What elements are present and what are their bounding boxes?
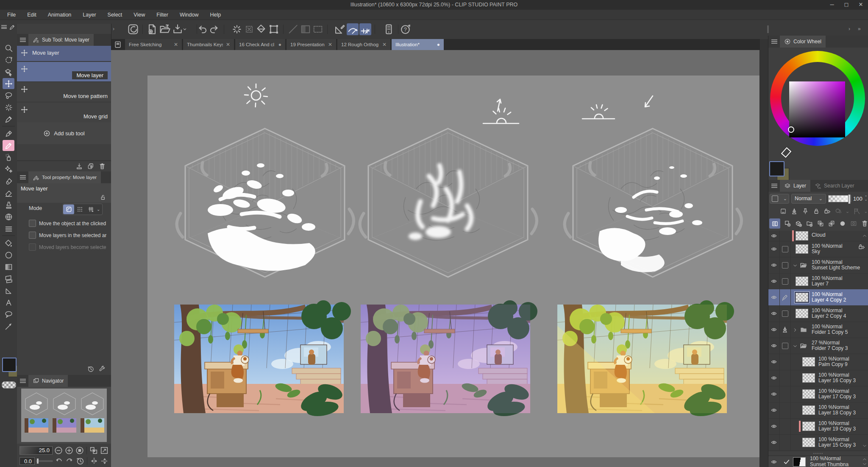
tool-frame-border[interactable] xyxy=(3,273,14,284)
tab-modified-dot[interactable]: ● xyxy=(278,42,281,48)
fit-to-area-button[interactable] xyxy=(100,446,109,455)
layer-visibility-eye[interactable] xyxy=(770,246,778,252)
dock-grip[interactable] xyxy=(767,25,769,33)
layer-visibility-eye[interactable] xyxy=(770,342,778,349)
scroll-down-icon[interactable] xyxy=(862,442,868,450)
transfer-down-icon[interactable] xyxy=(817,220,824,227)
new-folder-icon[interactable] xyxy=(806,220,813,227)
layer-palette-toggle[interactable] xyxy=(769,218,780,229)
subtool-item[interactable]: Move tone pattern xyxy=(17,82,111,102)
tool-figure[interactable] xyxy=(3,211,14,222)
hue-cursor[interactable] xyxy=(781,147,792,158)
subtool-menu-icon[interactable] xyxy=(20,38,26,42)
layer-tab[interactable]: Layer xyxy=(780,180,810,192)
delete-subtool-icon[interactable] xyxy=(98,162,106,170)
tablet-companion-button[interactable] xyxy=(383,23,395,35)
collapse-icon[interactable] xyxy=(792,262,798,269)
ruler-pen-button[interactable] xyxy=(334,23,346,35)
layer-row[interactable]: 100 %NormalLayer 18 Copy 3 xyxy=(768,402,868,419)
tool-fill[interactable] xyxy=(3,238,14,249)
subtool-item[interactable]: Move layer xyxy=(17,46,111,62)
reset-rotation-button[interactable] xyxy=(75,456,85,466)
document-tab[interactable]: 12 Rough Orthog✕ xyxy=(337,39,391,50)
layer-visibility-eye[interactable] xyxy=(770,439,778,446)
trash-icon[interactable] xyxy=(861,220,868,227)
toolproperty-option[interactable]: Moved layers become selecte xyxy=(29,243,109,251)
document-tab[interactable]: Thumbnails Keys✕ xyxy=(183,39,234,50)
tool-lasso[interactable] xyxy=(3,90,14,101)
option-checkbox[interactable] xyxy=(29,243,36,251)
deselect-button[interactable] xyxy=(243,23,255,35)
tool-pencil[interactable] xyxy=(3,140,14,151)
navigator-preview[interactable] xyxy=(17,387,111,444)
tool-line-arrow[interactable] xyxy=(3,321,14,332)
layer-row[interactable]: 100 %NormalLayer 2 Copy 4 xyxy=(768,305,868,322)
minimize-button[interactable]: ─ xyxy=(825,0,839,10)
redo-button[interactable] xyxy=(209,23,220,35)
tool-text[interactable] xyxy=(3,297,14,308)
zoom-in-button[interactable] xyxy=(64,446,74,455)
rotation-value[interactable]: 0.0 xyxy=(19,457,35,465)
layer-thumbnail[interactable] xyxy=(802,373,815,383)
fit-to-window-button[interactable] xyxy=(89,446,98,455)
tool-rotate-canvas[interactable] xyxy=(3,54,14,65)
layer-row[interactable]: 100 %NormalLayer 7 xyxy=(768,273,868,290)
layer-visibility-eye[interactable] xyxy=(770,358,778,365)
layer-checkbox[interactable] xyxy=(782,278,788,285)
layer-row[interactable]: 100 %NormalLayer 4 Copy 2 xyxy=(768,289,868,306)
flip-horizontal-button[interactable] xyxy=(89,456,99,466)
layer-thumbnail[interactable] xyxy=(796,231,808,240)
tool-ellipse[interactable] xyxy=(3,249,14,260)
layer-visibility-eye[interactable] xyxy=(770,391,778,397)
tool-layer-select[interactable] xyxy=(3,66,14,77)
tool-eyedropper[interactable] xyxy=(3,114,14,125)
layer-thumbnail[interactable] xyxy=(802,389,815,399)
toolproperty-option[interactable]: Move layers in the selected ar xyxy=(29,232,109,239)
new-3d-icon[interactable] xyxy=(795,220,802,227)
undo-button[interactable] xyxy=(196,23,208,35)
snap-special-button[interactable] xyxy=(359,23,371,35)
opacity-value[interactable]: 100 xyxy=(853,196,862,202)
document-tab[interactable]: Illustration*● xyxy=(392,39,444,50)
layer-thumbnail[interactable] xyxy=(796,244,808,254)
layer-thumbnail[interactable] xyxy=(793,457,806,467)
reset-view-icon[interactable] xyxy=(87,365,95,373)
snap-ruler-button[interactable] xyxy=(347,23,359,35)
search-layer-tab[interactable]: Search Layer xyxy=(810,180,858,192)
chev-down-button[interactable] xyxy=(181,23,188,35)
dock-next-icon[interactable]: › xyxy=(849,26,850,32)
menu-file[interactable]: File xyxy=(7,12,16,18)
opacity-spinner[interactable]: ⌃⌄ xyxy=(865,196,868,201)
layer-row[interactable]: 100 %NormalSky xyxy=(768,241,868,257)
subtool-item[interactable]: Move grid xyxy=(17,103,111,123)
layer-visibility-eye[interactable] xyxy=(770,326,778,333)
opacity-slider[interactable] xyxy=(828,195,851,202)
document-tab[interactable]: Free Sketching✕ xyxy=(125,39,182,50)
layer-thumbnail[interactable] xyxy=(796,277,808,286)
layer-row[interactable]: 100 %NormalFolder 1 Copy 5 xyxy=(768,322,868,338)
rect-select-button[interactable] xyxy=(312,23,324,35)
tool-gradient[interactable] xyxy=(3,261,14,272)
select-additional-button[interactable] xyxy=(231,23,243,35)
merge-down-icon[interactable] xyxy=(828,220,835,227)
layer-row[interactable]: 100 %NormalLayer 17 Copy 3 xyxy=(768,386,868,403)
tool-pen[interactable] xyxy=(3,128,14,139)
help-button[interactable]: ? xyxy=(400,23,412,35)
navigator-settings-icon[interactable] xyxy=(98,365,106,373)
main-color-swatch[interactable] xyxy=(769,161,785,176)
tab-close-icon[interactable]: ✕ xyxy=(382,42,387,48)
mode-move-grid-button[interactable] xyxy=(85,204,96,214)
mast-icon[interactable] xyxy=(790,207,798,215)
right-dock-divider[interactable] xyxy=(760,39,768,467)
subtool-item[interactable]: Move layer xyxy=(17,62,111,82)
collapse-icon[interactable] xyxy=(792,342,798,350)
document-icon[interactable] xyxy=(114,40,122,49)
layer-visibility-eye[interactable] xyxy=(770,375,778,381)
layer-row[interactable]: 100 %NormalLayer 16 Copy 3 xyxy=(768,370,868,386)
menu-view[interactable]: View xyxy=(134,12,145,18)
zoom-out-button[interactable] xyxy=(54,446,63,455)
lock-pixels-icon[interactable] xyxy=(823,207,831,215)
close-button[interactable]: ✕ xyxy=(854,0,868,10)
option-checkbox[interactable] xyxy=(29,220,36,227)
toolproperty-tab[interactable]: Tool property: Move layer xyxy=(28,171,101,183)
